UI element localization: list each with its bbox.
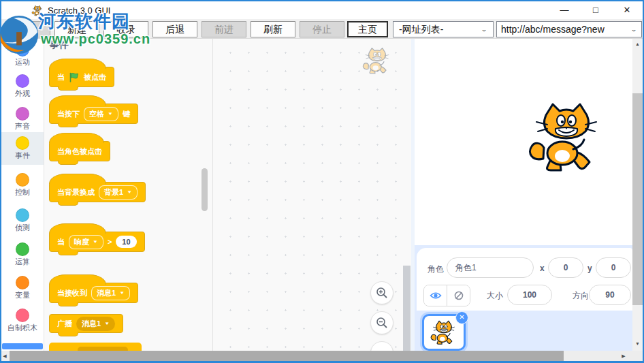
palette-block-0[interactable]: 当被点击 xyxy=(49,67,114,87)
category-label: 运算 xyxy=(1,257,44,266)
palette-block-1[interactable]: 当按下空格▼键 xyxy=(49,104,138,124)
sprite-thumbnail-cat xyxy=(430,319,458,345)
sidebar-category-6[interactable]: 运算 xyxy=(1,238,44,271)
category-color-icon xyxy=(16,136,29,150)
category-color-icon xyxy=(16,242,29,256)
category-color-icon xyxy=(16,309,29,322)
vertical-scrollbar[interactable]: ▲ ▼ xyxy=(632,39,643,351)
block-text: 被点击 xyxy=(84,72,106,82)
x-position-input[interactable]: 0 xyxy=(548,257,583,278)
caret-down-icon: ▼ xyxy=(127,190,132,195)
size-label: 大小 xyxy=(487,290,503,302)
horizontal-scrollbar[interactable]: ◀ ▶ xyxy=(0,351,644,361)
toolbar-button-0: 退出 xyxy=(5,21,50,37)
horizontal-scrollbar-thumb[interactable] xyxy=(10,351,564,361)
sprite-thumbnail[interactable]: ✕ xyxy=(422,314,466,351)
window-border xyxy=(0,0,1,363)
palette-block-2[interactable]: 当角色被点击 xyxy=(49,141,110,161)
sidebar-category-2[interactable]: 声音 xyxy=(1,103,44,136)
category-color-icon xyxy=(16,276,29,289)
block-palette: 事件 当被点击当按下空格▼键当角色被点击当背景换成背景1▼当响度▼>10当接收到… xyxy=(44,39,213,351)
block-dropdown[interactable]: 消息1▼ xyxy=(91,286,130,300)
window-title: Scratch 3.0 GUI xyxy=(48,5,110,16)
direction-input[interactable]: 90 xyxy=(589,285,631,305)
block-dropdown[interactable]: 背景1▼ xyxy=(99,185,138,200)
category-color-icon xyxy=(16,74,29,88)
category-label: 控制 xyxy=(1,188,44,196)
sprite-info-card: 角色 角色1 x 0 y 0 xyxy=(417,248,632,311)
palette-block-3[interactable]: 当背景换成背景1▼ xyxy=(49,182,146,202)
workspace-scrollbar-thumb[interactable] xyxy=(403,266,410,351)
address-combobox[interactable]: http://abc/message?new ⌄ xyxy=(496,21,642,37)
category-color-icon xyxy=(16,173,29,187)
palette-block-6[interactable]: 广播消息1▼ xyxy=(49,314,123,333)
category-label: 变量 xyxy=(1,291,44,299)
block-dropdown[interactable]: 空格▼ xyxy=(84,107,118,121)
close-button[interactable]: ✕ xyxy=(611,1,643,19)
chevron-down-icon: ⌄ xyxy=(481,24,487,34)
block-dropdown[interactable]: 消息1▼ xyxy=(76,317,115,331)
vertical-scrollbar-thumb[interactable] xyxy=(632,93,643,305)
show-sprite-button[interactable] xyxy=(424,285,447,306)
block-text: 当 xyxy=(57,72,65,82)
toolbar-button-7[interactable]: 主页 xyxy=(347,21,388,37)
category-label: 侦测 xyxy=(1,223,44,232)
sidebar-category-0[interactable]: 运动 xyxy=(1,39,44,72)
url-list-label: -网址列表- xyxy=(399,22,443,37)
x-position-value: 0 xyxy=(564,263,568,272)
stage xyxy=(415,39,632,245)
eye-icon xyxy=(430,291,442,300)
palette-block-4[interactable]: 当响度▼>10 xyxy=(49,232,145,252)
caret-down-icon: ▼ xyxy=(119,291,125,296)
sidebar-category-7[interactable]: 变量 xyxy=(1,272,44,304)
sidebar-category-4[interactable]: 控制 xyxy=(1,169,44,202)
dropdown-value: 消息1 xyxy=(97,288,116,298)
zoom-in-icon xyxy=(376,287,388,299)
toolbar-button-3[interactable]: 后退 xyxy=(152,21,197,37)
minimize-button[interactable]: — xyxy=(549,1,580,19)
zoom-out-button[interactable] xyxy=(370,311,393,334)
sprite-name-input[interactable]: 角色1 xyxy=(447,257,534,278)
direction-value: 90 xyxy=(605,290,614,300)
eye-slash-icon xyxy=(453,290,464,301)
toolbar-button-1[interactable]: 新建 xyxy=(54,21,99,37)
size-value: 100 xyxy=(523,290,536,300)
x-label: x xyxy=(540,264,545,273)
toolbar-button-5[interactable]: 刷新 xyxy=(251,21,295,37)
visibility-toggle-group xyxy=(423,285,470,306)
hide-sprite-button[interactable] xyxy=(447,285,470,306)
scratch-cat-sprite[interactable] xyxy=(526,101,607,172)
sidebar-category-1[interactable]: 外观 xyxy=(1,70,44,103)
delete-sprite-button[interactable]: ✕ xyxy=(455,311,468,324)
scroll-up-icon[interactable]: ▲ xyxy=(632,39,643,50)
y-position-input[interactable]: 0 xyxy=(596,257,631,278)
sidebar-category-5[interactable]: 侦测 xyxy=(1,204,44,237)
scroll-left-icon[interactable]: ◀ xyxy=(0,351,10,361)
block-text: 当按下 xyxy=(57,109,80,119)
category-label: 运动 xyxy=(1,58,44,66)
category-color-icon xyxy=(16,208,29,222)
toolbar-button-4: 前进 xyxy=(202,21,246,37)
category-color-icon xyxy=(16,43,29,57)
url-list-dropdown[interactable]: -网址列表- ⌄ xyxy=(393,21,494,37)
palette-scrollbar-thumb[interactable] xyxy=(202,168,208,211)
sidebar-category-3[interactable]: 事件 xyxy=(1,132,44,165)
toolbar-button-2[interactable]: 收录 xyxy=(103,21,148,37)
dropdown-value: 响度 xyxy=(74,237,89,247)
size-input[interactable]: 100 xyxy=(507,285,552,305)
scroll-right-icon[interactable]: ▶ xyxy=(619,351,628,361)
block-dropdown[interactable]: 响度▼ xyxy=(69,235,103,249)
app-icon xyxy=(31,5,44,16)
category-label: 自制积木 xyxy=(1,323,44,332)
sprite-name-label: 角色 xyxy=(428,264,444,275)
sidebar-category-8[interactable]: 自制积木 xyxy=(1,304,44,337)
caret-down-icon: ▼ xyxy=(108,112,113,116)
block-number-input[interactable]: 10 xyxy=(116,236,136,248)
category-label: 事件 xyxy=(1,151,44,159)
block-text: 当接收到 xyxy=(57,288,87,298)
maximize-button[interactable]: □ xyxy=(580,1,611,19)
y-position-value: 0 xyxy=(611,263,616,272)
zoom-in-button[interactable] xyxy=(370,281,393,304)
palette-block-5[interactable]: 当接收到消息1▼ xyxy=(49,283,138,303)
scroll-down-icon[interactable]: ▼ xyxy=(632,338,643,349)
